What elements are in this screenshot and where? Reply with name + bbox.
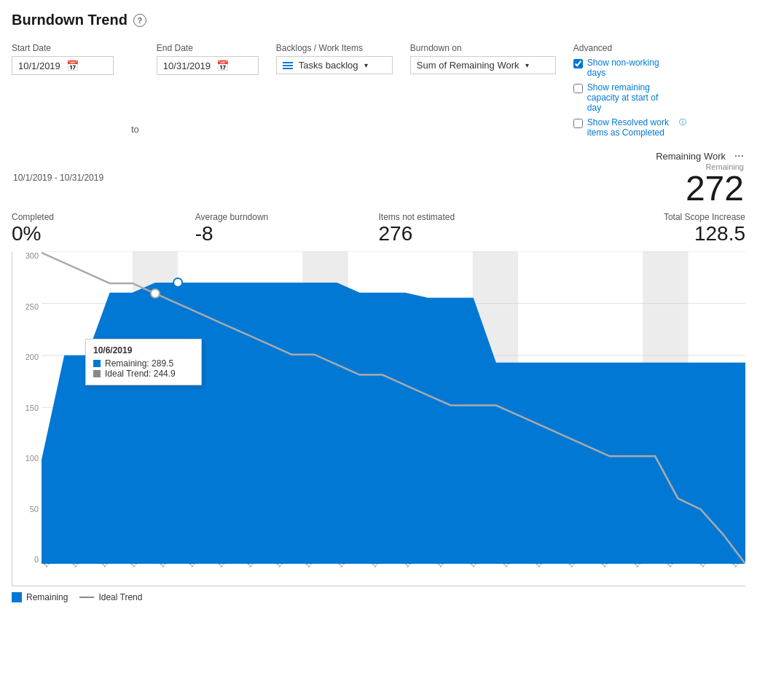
tooltip-remaining: Remaining: 289.5 [105, 358, 173, 369]
advanced-label: Advanced [573, 43, 686, 53]
show-non-working-label[interactable]: Show non-working days [587, 58, 675, 78]
y-label-100: 100 [26, 454, 39, 463]
end-date-value: 10/31/2019 [163, 60, 211, 71]
advanced-group: Advanced Show non-working days Show rema… [573, 43, 686, 138]
tooltip-date: 10/6/2019 [93, 345, 194, 355]
show-resolved-row: Show Resolved work items as Completed ⓘ [573, 117, 686, 138]
info-icon[interactable]: ⓘ [679, 117, 686, 127]
x-label-23: 10/23/2019 [731, 564, 745, 569]
chart-svg [42, 251, 745, 564]
x-label-11: 10/11/2019 [337, 564, 365, 569]
backlogs-dropdown-arrow: ▾ [364, 61, 368, 69]
legend-remaining-box [12, 592, 22, 602]
x-label-15: 10/15/2019 [468, 564, 497, 569]
stat-completed-value: 0% [12, 222, 41, 245]
x-label-17: 10/17/2019 [534, 564, 562, 569]
x-label-14: 10/14/2019 [436, 564, 464, 569]
more-options[interactable]: ··· [734, 149, 744, 162]
stat-avg-burndown-label: Average burndown [195, 212, 269, 222]
start-date-group: Start Date 10/1/2019 📅 [12, 43, 114, 75]
stat-scope-value: 128.5 [694, 222, 745, 245]
x-label-21: 10/21/2019 [665, 564, 694, 569]
x-label-6: 10/6/2019 [187, 564, 213, 569]
y-label-200: 200 [26, 353, 39, 361]
end-date-group: End Date 10/31/2019 📅 [157, 43, 259, 75]
date-range-label: 10/1/2019 - 10/31/2019 [13, 173, 103, 183]
x-label-10: 10/10/2019 [304, 564, 332, 569]
chart-area: 10/6/2019 Remaining: 289.5 Ideal Trend: … [42, 251, 745, 564]
show-resolved-label[interactable]: Show Resolved work items as Completed [587, 117, 675, 138]
stats-row: Completed 0% Average burndown -8 Items n… [12, 212, 745, 245]
legend-remaining-label: Remaining [26, 592, 68, 602]
date-range-row: 10/1/2019 - 10/31/2019 Remaining Work ··… [12, 149, 745, 206]
burndown-dropdown[interactable]: Sum of Remaining Work ▾ [410, 56, 556, 74]
x-label-9: 10/9/2019 [275, 564, 300, 569]
remaining-work-title: Remaining Work ··· [656, 149, 744, 162]
x-label-1: 10/1/2019 [42, 564, 67, 569]
stat-completed-label: Completed [12, 212, 54, 222]
stat-scope-label: Total Scope Increase [664, 212, 745, 222]
show-remaining-capacity-label[interactable]: Show remaining capacity at start of day [587, 82, 675, 113]
show-remaining-capacity-checkbox[interactable] [573, 84, 583, 93]
end-date-label: End Date [157, 43, 259, 53]
x-label-18: 10/18/2019 [567, 564, 595, 569]
y-label-250: 250 [26, 302, 39, 311]
legend-ideal-line [79, 597, 94, 598]
remaining-work-value: 272 [656, 171, 744, 206]
controls-row: Start Date 10/1/2019 📅 to End Date 10/31… [12, 43, 745, 138]
svg-point-14 [173, 278, 182, 287]
x-label-19: 10/19/2019 [600, 564, 628, 569]
backlogs-label: Backlogs / Work Items [276, 43, 393, 53]
x-label-20: 10/20/2019 [632, 564, 661, 569]
y-label-150: 150 [26, 404, 39, 412]
date-separator: to [131, 124, 139, 135]
start-date-label: Start Date [12, 43, 114, 53]
legend-row: Remaining Ideal Trend [12, 592, 745, 602]
tooltip-ideal-row: Ideal Trend: 244.9 [93, 369, 194, 379]
start-date-input[interactable]: 10/1/2019 📅 [12, 56, 114, 75]
legend-ideal-trend: Ideal Trend [79, 592, 142, 602]
stat-completed: Completed 0% [12, 212, 195, 245]
x-label-8: 10/8/2019 [246, 564, 271, 569]
chart-container: 300 250 200 150 100 50 0 [12, 251, 745, 586]
stat-items-value: 276 [379, 222, 413, 245]
remaining-work-title-text: Remaining Work [656, 151, 726, 162]
x-label-2: 10/2/2019 [71, 564, 96, 569]
stat-total-scope: Total Scope Increase 128.5 [562, 212, 745, 245]
page-header: Burndown Trend ? [12, 12, 745, 28]
x-label-5: 10/5/2019 [158, 564, 184, 569]
x-label-22: 10/22/2019 [698, 564, 726, 569]
page-title: Burndown Trend [12, 12, 128, 28]
x-label-13: 10/13/2019 [403, 564, 431, 569]
tasks-icon [283, 62, 293, 69]
x-label-16: 10/16/2019 [501, 564, 530, 569]
backlogs-dropdown[interactable]: Tasks backlog ▾ [276, 56, 393, 74]
y-label-50: 50 [30, 505, 39, 514]
y-label-0: 0 [34, 555, 39, 564]
stat-average-burndown: Average burndown -8 [195, 212, 379, 245]
backlogs-value: Tasks backlog [299, 60, 358, 71]
burndown-value: Sum of Remaining Work [417, 60, 519, 71]
tooltip-dot-blue [93, 360, 101, 367]
tooltip-dot-gray [93, 370, 101, 377]
tooltip-remaining-row: Remaining: 289.5 [93, 358, 194, 369]
burndown-group: Burndown on Sum of Remaining Work ▾ [410, 43, 556, 74]
burndown-label: Burndown on [410, 43, 556, 53]
svg-marker-12 [42, 283, 745, 564]
stat-items-not-estimated: Items not estimated 276 [379, 212, 562, 245]
start-date-value: 10/1/2019 [18, 60, 60, 71]
help-icon[interactable]: ? [133, 14, 146, 27]
show-non-working-row: Show non-working days [573, 58, 686, 78]
svg-point-13 [151, 289, 160, 298]
x-axis: 10/1/2019 10/2/2019 10/3/2019 10/4/2019 … [42, 564, 745, 586]
end-date-input[interactable]: 10/31/2019 📅 [157, 56, 259, 75]
calendar-icon-start[interactable]: 📅 [66, 60, 79, 71]
remaining-work-block: Remaining Work ··· Remaining 272 [656, 149, 744, 206]
show-resolved-checkbox[interactable] [573, 119, 583, 128]
y-label-300: 300 [26, 251, 39, 260]
legend-remaining: Remaining [12, 592, 68, 602]
stat-avg-burndown-value: -8 [195, 222, 213, 245]
y-axis: 300 250 200 150 100 50 0 [12, 251, 42, 564]
calendar-icon-end[interactable]: 📅 [216, 60, 229, 71]
show-non-working-checkbox[interactable] [573, 59, 583, 68]
